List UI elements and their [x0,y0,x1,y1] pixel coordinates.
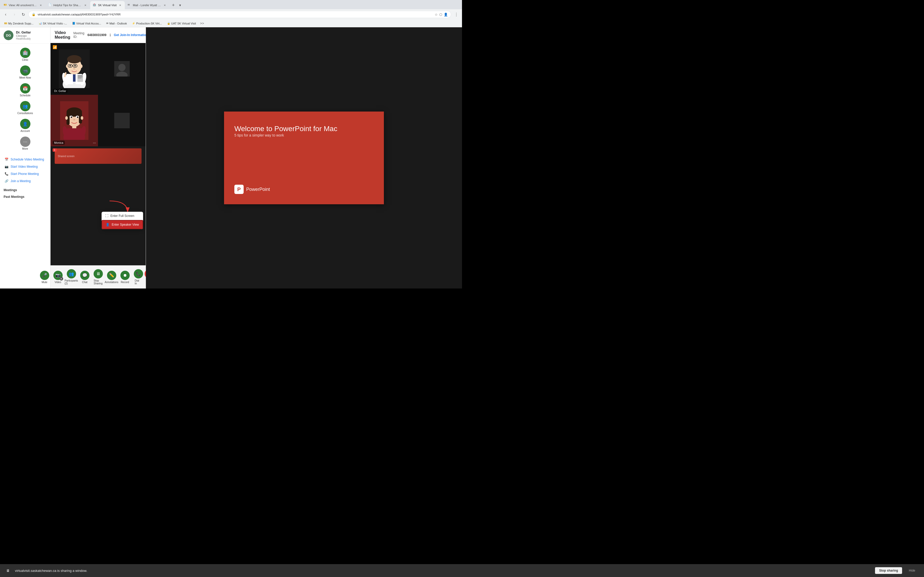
url-text: virtualvisit.saskatchewan.ca/app/j/64830… [38,13,433,16]
tab-sk-virtual-visit[interactable]: 🏥 SK Virtual Visit ✕ [90,1,125,9]
forward-button[interactable]: › [11,11,18,18]
link-start-video[interactable]: 📷 Start Video Meeting [3,164,47,170]
consultations-label: Consultations [17,112,33,114]
more-label: More [22,147,28,150]
start-phone-label: Start Phone Meeting [11,172,39,176]
tab-close-mail[interactable]: ✕ [163,3,167,7]
bookmark-uat[interactable]: 🔒 UAT SK Virtual Visit [165,21,198,26]
meeting-id-value: 64830031909 [87,33,106,37]
bookmark-production[interactable]: ⚡ Production-SK Virt... [130,21,164,26]
speaker-view-icon: 👤 [106,223,110,226]
mute-icon: 🎤 [40,271,49,280]
record-button[interactable]: ⏺ Record [119,269,131,285]
svg-point-40 [77,116,78,118]
context-menu-speaker-view[interactable]: 👤 Enter Speaker View [102,220,143,229]
consultations-icon: 👥 [20,101,31,111]
tab-zendesk[interactable]: 🎫 View: All unsolved tick... ✕ [1,1,45,9]
ppt-slide-content-top: Welcome to PowerPoint for Mac 5 tips for… [234,124,373,137]
sidebar-nav-icons: 🏥 Clinic 📹 Meet Now 📅 Schedule 👥 Consult… [0,44,50,154]
doctor-avatar [59,50,90,88]
meeting-toolbar: 🎤 Mute 📷 ▲ Video 👥 Participants (2) 💬 Ch… [50,265,146,288]
sidebar-item-account[interactable]: 👤 Account [0,117,50,134]
svg-point-16 [73,68,75,69]
sidebar-item-more[interactable]: ⋯ More [0,134,50,152]
participant-more-button[interactable]: ··· [93,141,96,145]
mute-button[interactable]: 🎤 Mute [39,269,51,285]
bookmark-label-sk: SK Virtual Visits -... [43,22,67,25]
bookmark-star-icon[interactable]: ☆ [435,13,438,16]
link-schedule-video[interactable]: 📅 Schedule Video Meeting [3,156,47,163]
bookmark-mail[interactable]: ✉ Mail - Outlook [104,21,129,26]
ppt-slide-title: Welcome to PowerPoint for Mac [234,124,373,133]
bookmark-favicon-prod: ⚡ [132,22,135,25]
profile-icon[interactable]: 👤 [444,13,448,16]
tab-label-mail: Mail - Lorelie Wyatt - ... [133,3,161,7]
svg-point-41 [73,119,75,121]
meeting-title: Video Meeting [55,31,70,40]
participants-icon: 👥 [67,269,76,279]
svg-point-39 [71,116,72,118]
start-phone-icon: 📞 [5,172,8,176]
sidebar-item-meet-now[interactable]: 📹 Meet Now [0,63,50,81]
dial-in-icon: 📞 [134,269,143,279]
empty-avatar-2-icon [114,113,130,128]
patient-avatar [60,101,89,140]
meeting-id-label: Meeting ID: [73,31,84,39]
tab-helpful-tips[interactable]: 📄 Helpful Tips for Sharing ✕ [46,1,90,9]
extensions-button[interactable]: ⋮ [453,11,460,18]
clinic-icon: 🏥 [20,48,31,58]
bookmarks-more-button[interactable]: >> [199,21,205,26]
link-join-meeting[interactable]: 🔗 Join a Meeting [3,178,47,184]
annotations-button[interactable]: ✏️ Annotations [105,269,118,285]
back-button[interactable]: ‹ [2,11,9,18]
start-video-icon: 📷 [5,165,8,168]
tab-mail[interactable]: ✉ Mail - Lorelie Wyatt - ... ✕ [125,1,170,9]
tab-close-helpful[interactable]: ✕ [83,3,87,7]
empty-avatar-icon [114,61,130,76]
svg-rect-20 [78,77,82,77]
meet-now-label: Meet Now [19,76,31,79]
extension-icon[interactable]: ⬡ [439,13,442,16]
tab-dropdown[interactable]: ▾ [178,2,182,8]
record-label: Record [121,281,129,284]
bookmark-favicon-sk: 📊 [39,22,42,25]
meeting-info-button[interactable]: ℹ [110,33,111,37]
dial-in-label: Dial In [135,279,142,285]
new-tab-button[interactable]: + [170,2,177,9]
chat-button[interactable]: 💬 Chat [79,269,91,285]
bookmark-zendesk[interactable]: 🎫 My Zendesk Supp... [2,21,36,26]
video-label: Video [55,281,61,284]
svg-rect-21 [78,78,81,78]
bookmark-sk-visits[interactable]: 📊 SK Virtual Visits -... [37,21,69,26]
share-badge: 1 [53,148,57,152]
tab-favicon-sk: 🏥 [93,3,97,7]
participant-name-dr-gellar: Dr. Gellar [53,89,68,93]
sidebar-item-consultations[interactable]: 👥 Consultations [0,99,50,117]
get-join-info-button[interactable]: Get Join-In Information [114,33,148,37]
stop-sharing-button[interactable]: 🖥 Stop Sharing [92,268,104,287]
context-menu-fullscreen[interactable]: ⛶ Enter Full Screen [102,212,143,220]
annotations-label: Annotations [105,281,118,284]
refresh-button[interactable]: ↻ [19,11,27,18]
video-button[interactable]: 📷 ▲ Video [52,269,64,285]
video-tile-monica: Monica ··· [50,95,98,146]
meet-now-icon: 📹 [20,65,31,76]
clinic-label: Clinic [22,58,28,61]
tab-label-helpful: Helpful Tips for Sharing [53,3,82,7]
sidebar-item-schedule[interactable]: 📅 Schedule [0,81,50,99]
link-start-phone[interactable]: 📞 Start Phone Meeting [3,171,47,177]
tab-close-sk[interactable]: ✕ [118,3,122,7]
sidebar-item-clinic[interactable]: 🏥 Clinic [0,45,50,63]
video-tile-empty-2 [98,95,146,146]
ppt-logo-icon: P [234,185,244,194]
browser-chrome: 🎫 View: All unsolved tick... ✕ 📄 Helpful… [0,0,462,27]
address-input[interactable]: 🔒 virtualvisit.saskatchewan.ca/app/j/648… [28,11,451,18]
secure-icon: 🔒 [32,13,36,16]
participants-button[interactable]: 👥 Participants (2) [65,268,78,287]
sidebar-header: DG Dr. Gellar Clinician HealthBuddy [0,27,50,44]
tab-close-zendesk[interactable]: ✕ [39,3,43,7]
dial-in-button[interactable]: 📞 Dial In [132,268,145,287]
meeting-area: Video Meeting Meeting ID: 64830031909 ℹ … [50,27,146,288]
user-info: Dr. Gellar Clinician HealthBuddy [16,31,47,40]
bookmark-account[interactable]: 📘 Virtual Visit Accou... [70,21,103,26]
